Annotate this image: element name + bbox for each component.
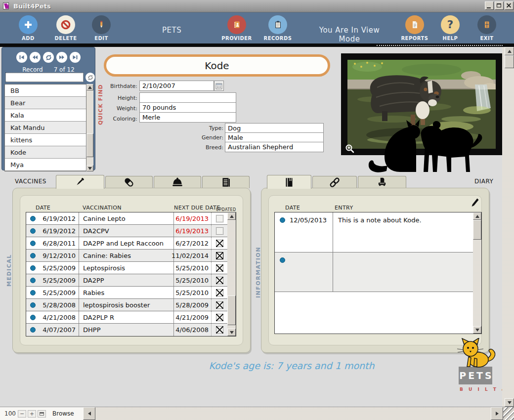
zoom-level-value[interactable]: 100 <box>4 410 16 417</box>
refresh-records-button[interactable] <box>43 52 54 63</box>
scroll-thumb[interactable] <box>505 55 514 68</box>
scroll-up-button[interactable] <box>505 47 514 55</box>
tab-medical-notes[interactable] <box>202 176 250 188</box>
gender-field[interactable]: Male <box>225 132 324 142</box>
titlebar: Built4Pets <box>0 0 514 12</box>
pet-photo[interactable] <box>341 53 502 155</box>
zoom-out-button[interactable]: − <box>18 410 26 418</box>
pet-list-item[interactable]: Kode <box>5 146 86 159</box>
vaccine-row[interactable]: 5/25/2009Leptospirosis5/25/2010 <box>26 262 227 274</box>
vaccine-row[interactable]: 9/12/2010Canine: Rabies11/02/2014 <box>26 250 227 262</box>
scroll-up-button[interactable] <box>86 84 93 90</box>
updated-checkbox[interactable] <box>216 252 223 259</box>
updated-checkbox[interactable] <box>216 227 223 235</box>
report-document-icon <box>405 15 424 34</box>
pet-list-item[interactable]: kittens <box>5 134 86 146</box>
coloring-field[interactable]: Merle <box>139 112 236 123</box>
scroll-down-button[interactable] <box>505 398 514 407</box>
quick-find-input[interactable] <box>5 73 84 82</box>
vaccine-updated-cell <box>211 287 227 298</box>
minimize-button[interactable] <box>485 1 494 10</box>
hscroll-right-button[interactable] <box>491 407 503 420</box>
view-mode-text: You Are In View Mode <box>307 26 391 43</box>
records-button[interactable]: RECORDS <box>257 15 299 41</box>
updated-checkbox[interactable] <box>216 326 223 334</box>
scroll-thumb[interactable] <box>86 133 93 157</box>
record-dot-cell <box>26 212 39 224</box>
maximize-button[interactable] <box>495 1 504 10</box>
diary-scrollbar[interactable] <box>473 212 481 334</box>
vaccine-row[interactable]: 6/19/2012DA2CPV6/19/2013 <box>26 225 227 237</box>
scroll-up-button[interactable] <box>473 212 481 220</box>
updated-checkbox[interactable] <box>216 314 223 321</box>
pet-list-item[interactable]: Mya <box>5 159 86 171</box>
pet-list-item[interactable]: BB <box>5 84 86 97</box>
edit-button[interactable]: EDIT <box>80 15 123 41</box>
hscroll-track[interactable] <box>95 407 491 420</box>
pet-list-item[interactable]: Kala <box>5 109 86 122</box>
close-button[interactable] <box>505 1 514 10</box>
vaccine-row[interactable]: 4/21/2008DA2PLP R4/21/2009 <box>26 311 227 324</box>
address-book-icon <box>227 15 246 34</box>
calendar-picker-button[interactable] <box>214 81 224 91</box>
provider-button[interactable]: PROVIDER <box>215 15 258 41</box>
mode-selector[interactable]: Browse <box>52 410 74 417</box>
zoom-in-button[interactable]: + <box>28 410 36 418</box>
type-field[interactable]: Dog <box>225 123 324 133</box>
scroll-thumb[interactable] <box>227 295 236 325</box>
vaccine-row[interactable]: 5/28/2008leptospirosis booster5/28/2009 <box>26 299 227 311</box>
tab-vaccines[interactable] <box>56 175 104 189</box>
birthdate-field[interactable]: 2/10/2007 <box>139 81 214 91</box>
tab-links[interactable] <box>312 176 357 188</box>
scroll-up-button[interactable] <box>227 212 236 220</box>
updated-checkbox[interactable] <box>216 277 223 284</box>
vaccine-date: 6/19/2012 <box>39 225 79 237</box>
breed-field[interactable]: Australian Shepherd <box>225 142 324 152</box>
tab-print[interactable] <box>358 176 406 188</box>
tab-diary-notes[interactable] <box>267 175 311 189</box>
first-record-button[interactable] <box>16 52 27 63</box>
vaccine-row[interactable]: 6/19/2012Canine Lepto6/19/2013 <box>26 212 227 225</box>
previous-record-button[interactable] <box>30 52 41 63</box>
diary-row[interactable]: 12/05/2013 This is a note about Kode. <box>275 212 473 252</box>
hscroll-left-button[interactable] <box>83 407 95 420</box>
window-vertical-scrollbar[interactable] <box>505 47 514 407</box>
updated-checkbox[interactable] <box>216 215 223 222</box>
updated-checkbox[interactable] <box>216 264 223 272</box>
vaccine-row[interactable]: 5/25/2009DA2PP5/25/2010 <box>26 274 227 287</box>
tab-medications[interactable] <box>105 176 153 188</box>
vaccine-row[interactable]: 5/25/2009Rabies5/25/2010 <box>26 287 227 299</box>
search-refresh-button[interactable] <box>86 73 95 82</box>
record-dot <box>30 216 36 221</box>
toggle-statusbar-button[interactable] <box>38 410 46 418</box>
scroll-down-button[interactable] <box>86 165 93 171</box>
scroll-down-button[interactable] <box>227 329 236 336</box>
updated-checkbox[interactable] <box>216 301 223 309</box>
height-field[interactable] <box>139 92 236 103</box>
pet-list-item[interactable]: Kat Mandu <box>5 122 86 134</box>
window-resize-grip[interactable] <box>503 407 514 420</box>
record-dot-cell <box>26 311 39 323</box>
vaccine-table-scrollbar[interactable] <box>227 212 236 336</box>
record-dot-cell <box>275 252 290 292</box>
photo-zoom-button[interactable] <box>345 144 355 154</box>
last-record-button[interactable] <box>70 52 81 63</box>
scroll-thumb[interactable] <box>473 220 481 240</box>
vaccine-table-rows: 6/19/2012Canine Lepto6/19/20136/19/2012D… <box>26 212 227 336</box>
vaccine-row[interactable]: 4/07/2007DHPP4/06/2008 <box>26 324 227 336</box>
tab-alerts[interactable] <box>154 176 201 188</box>
next-record-button[interactable] <box>56 52 67 63</box>
pet-list-scrollbar[interactable] <box>86 84 93 171</box>
pet-name-field[interactable]: Kode <box>104 54 330 77</box>
diary-row[interactable] <box>275 252 473 292</box>
updated-checkbox[interactable] <box>216 289 223 296</box>
vaccine-name: DA2PLP R <box>79 311 173 323</box>
updated-checkbox[interactable] <box>216 240 223 247</box>
weight-field[interactable]: 70 pounds <box>139 102 236 113</box>
pet-list-item[interactable]: Bear <box>5 97 86 109</box>
vaccine-row[interactable]: 6/28/2011DA2PP and Lept Raccoon6/27/2012 <box>26 237 227 250</box>
scroll-down-button[interactable] <box>473 326 481 334</box>
add-button[interactable]: ADD <box>7 15 49 41</box>
diary-edit-pencil-icon[interactable] <box>471 198 479 209</box>
exit-button[interactable]: EXIT <box>466 15 508 41</box>
